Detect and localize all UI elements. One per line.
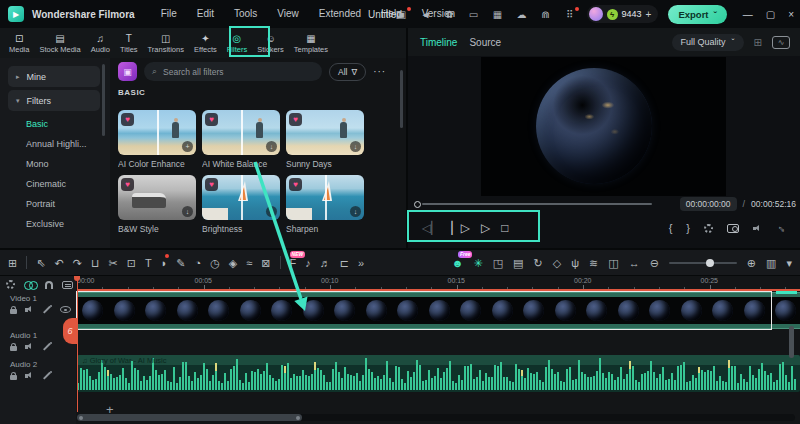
filter-all-button[interactable]: All∇: [329, 63, 366, 81]
playback-settings-button[interactable]: [704, 224, 713, 233]
sidebar-item-exclusive[interactable]: Exclusive: [0, 214, 110, 234]
delete-button[interactable]: ⊔: [91, 256, 100, 270]
zoom-slider-handle[interactable]: [706, 259, 714, 267]
track-height-button[interactable]: ▥: [766, 256, 776, 270]
fit-timeline-button[interactable]: ↔: [629, 256, 640, 270]
layout-grid-icon[interactable]: ⊞: [754, 37, 762, 48]
close-button[interactable]: ×: [788, 9, 794, 20]
tab-titles[interactable]: TTitles: [115, 28, 143, 58]
download-icon[interactable]: ↓: [350, 206, 361, 217]
tab-templates[interactable]: ▦Templates: [289, 28, 333, 58]
ai-text-effects-button[interactable]: FNEW: [290, 256, 297, 270]
audio-mixer-button[interactable]: ≋: [589, 256, 598, 270]
favorite-heart-icon[interactable]: ♥: [121, 178, 134, 191]
voice-changer-button[interactable]: ♬: [320, 256, 331, 270]
crop-button[interactable]: ⊡: [127, 256, 136, 270]
save-icon[interactable]: ▦: [491, 9, 505, 20]
filter-card-sharpen[interactable]: ♥↓Sharpen: [286, 175, 364, 234]
tab-stock-media[interactable]: ▤Stock Media: [34, 28, 85, 58]
play-button[interactable]: ▷: [481, 221, 490, 235]
next-frame-button[interactable]: ▏▷: [451, 221, 469, 235]
menu-tools[interactable]: Tools: [224, 0, 267, 28]
preview-tab-timeline[interactable]: Timeline: [420, 37, 457, 48]
add-track-button[interactable]: +: [106, 402, 114, 417]
timeline-ruler[interactable]: 00:0000:0500:1000:1500:2000:25: [76, 276, 800, 290]
favorite-heart-icon[interactable]: ♥: [121, 113, 134, 126]
lock-icon[interactable]: [10, 309, 17, 314]
sidebar-item-cinematic[interactable]: Cinematic: [0, 174, 110, 194]
tab-effects[interactable]: ✦Effects: [189, 28, 222, 58]
timer-button[interactable]: ◷: [210, 256, 220, 270]
quality-selector[interactable]: Full Qualityˇ: [672, 34, 744, 51]
account-pill[interactable]: ϟ 9443 +: [587, 5, 659, 23]
sidebar-item-basic[interactable]: Basic: [0, 114, 110, 134]
split-button[interactable]: ✂: [108, 256, 117, 270]
rerender-button[interactable]: ↻: [533, 256, 542, 270]
timeline-zoom-slider[interactable]: [669, 262, 737, 264]
ai-copilot-button[interactable]: ☻Free: [452, 256, 464, 270]
add-icon[interactable]: +: [182, 141, 193, 152]
menu-file[interactable]: File: [151, 0, 187, 28]
speaker-icon[interactable]: [25, 305, 35, 314]
tab-transitions[interactable]: ◫Transitions: [143, 28, 189, 58]
sidebar-item-annual-highli[interactable]: Annual Highli...: [0, 134, 110, 154]
volume-button[interactable]: [753, 224, 763, 233]
captions-track-icon[interactable]: [62, 281, 73, 289]
filter-card-sunny-days[interactable]: ♥↓Sunny Days: [286, 110, 364, 169]
screen-recorder-icon[interactable]: ▭: [467, 9, 481, 20]
menu-view[interactable]: View: [267, 0, 309, 28]
sidebar-group-filters[interactable]: ▾Filters: [8, 90, 100, 111]
clip-edge-handle[interactable]: [776, 291, 797, 294]
annotate-button[interactable]: ✎: [176, 256, 185, 270]
download-icon[interactable]: ↓: [266, 206, 277, 217]
mark-in-button[interactable]: {: [669, 222, 673, 234]
lock-icon[interactable]: [10, 346, 17, 351]
more-tools-button[interactable]: »: [358, 256, 364, 270]
auto-captions-button[interactable]: ⊏: [340, 256, 349, 270]
shield-button[interactable]: ◇: [553, 256, 561, 270]
magic-icon[interactable]: [43, 371, 52, 380]
timeline-vertical-scrollbar[interactable]: [789, 326, 794, 358]
stop-button[interactable]: □: [501, 221, 508, 235]
seek-bar[interactable]: [422, 203, 652, 205]
export-clip-button[interactable]: ◳: [493, 256, 503, 270]
tab-stickers[interactable]: ☺Stickers: [252, 28, 289, 58]
sidebar-scrollbar[interactable]: [102, 64, 105, 136]
preview-tab-source[interactable]: Source: [469, 37, 501, 48]
more-options-button[interactable]: ···: [373, 66, 386, 77]
speed-button[interactable]: ◔: [195, 256, 202, 270]
search-input[interactable]: [163, 67, 293, 77]
minimize-button[interactable]: —: [743, 9, 753, 20]
search-box[interactable]: ⌕: [144, 62, 322, 81]
zoom-out-button[interactable]: ⊖: [650, 256, 659, 270]
filter-packs-button[interactable]: ▣: [118, 62, 137, 81]
filter-card-b-w-style[interactable]: ♥↓B&W Style: [118, 175, 196, 234]
filter-card-ai-white-balance[interactable]: ♥↓AI White Balance: [202, 110, 280, 169]
sidebar-item-portrait[interactable]: Portrait: [0, 194, 110, 214]
record-voiceover-button[interactable]: ψ: [571, 256, 579, 270]
ai-audio-button[interactable]: ♪: [305, 256, 311, 270]
workspace-layout-button[interactable]: ⊞: [8, 256, 17, 270]
filters-scrollbar[interactable]: [400, 70, 403, 128]
sidebar-item-mono[interactable]: Mono: [0, 154, 110, 174]
seek-handle[interactable]: [414, 201, 421, 208]
magic-icon[interactable]: [43, 342, 52, 351]
video-clip[interactable]: [77, 292, 800, 329]
filter-card-ai-color-enhance[interactable]: ♥+AI Color Enhance: [118, 110, 196, 169]
undo-button[interactable]: ↶: [54, 256, 63, 270]
audio-clip[interactable]: ♫ Glory of War - AI Music: [77, 355, 800, 392]
export-button[interactable]: Exportˇ: [668, 5, 726, 24]
snapping-icon[interactable]: [45, 281, 53, 289]
apps-icon[interactable]: ⠿: [563, 9, 577, 20]
maximize-button[interactable]: ▢: [766, 9, 775, 20]
track-height-caret[interactable]: ▾: [786, 256, 792, 270]
select-tool-button[interactable]: ⇖: [36, 256, 45, 270]
timeline-marker[interactable]: 6: [63, 318, 77, 344]
eye-icon[interactable]: [60, 306, 71, 313]
gift-icon[interactable]: ▣: [395, 9, 409, 20]
favorite-heart-icon[interactable]: ♥: [205, 113, 218, 126]
menu-edit[interactable]: Edit: [187, 0, 224, 28]
timecode-current[interactable]: 00:00:00:00: [680, 197, 737, 211]
creative-assets-icon[interactable]: ✿: [443, 9, 457, 20]
audio-stretch-button[interactable]: ≈: [246, 256, 252, 270]
